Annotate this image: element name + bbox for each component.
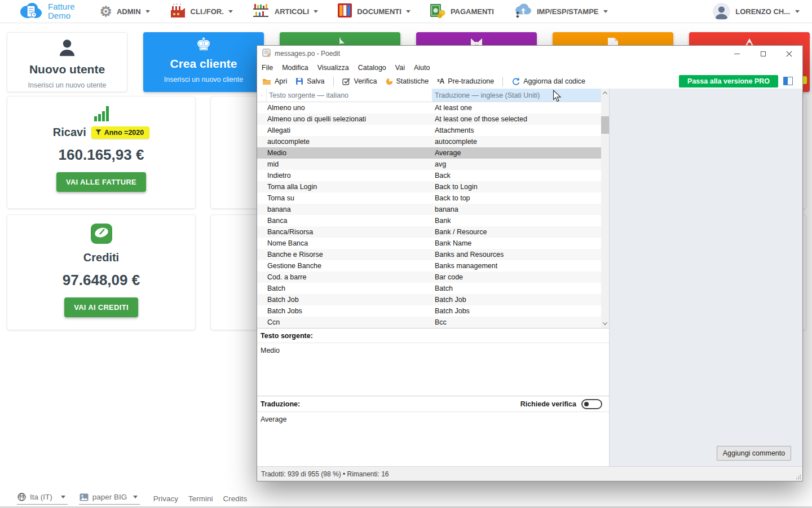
nav-item-clifor[interactable]: CLI./FOR.: [169, 3, 233, 20]
translation-row[interactable]: MedioAverage: [257, 147, 601, 159]
translation-table-rows: Almeno unoAt least oneAlmeno uno di quel…: [257, 102, 601, 328]
translation-row[interactable]: BatchBatch: [257, 283, 601, 294]
translation-row[interactable]: Almeno uno di quelli selezionatiAt least…: [257, 113, 601, 125]
add-comment-button[interactable]: Aggiungi commento: [717, 446, 791, 461]
brand-line1: Fatture: [48, 2, 75, 11]
translation-row[interactable]: bananabanana: [257, 204, 601, 215]
needs-work-label: Richiede verifica: [520, 400, 576, 408]
translation-row[interactable]: IndietroBack: [257, 170, 601, 181]
new-user-card[interactable]: Nuovo utente Inserisci un nuovo utente: [7, 32, 127, 92]
source-cell: banana: [257, 205, 432, 213]
nav-item-pagamenti[interactable]: PAGAMENTI: [430, 2, 494, 20]
pretranslate-button[interactable]: ˣA Pre-traduzione: [437, 77, 494, 85]
translation-cell: Banks management: [432, 262, 601, 270]
status-bar: Tradotti: 939 di 955 (98 %) • Rimanenti:…: [257, 466, 802, 481]
translation-row[interactable]: Gestione BancheBanks management: [257, 260, 601, 271]
chess-king-icon: ♚: [196, 36, 211, 54]
scroll-up-icon[interactable]: [601, 89, 609, 98]
scroll-down-icon[interactable]: [601, 319, 609, 328]
source-cell: Batch Job: [257, 296, 432, 304]
source-cell: Banca: [257, 217, 432, 225]
menu-visualizza[interactable]: Visualizza: [313, 62, 354, 74]
translation-row[interactable]: Torna alla LoginBack to Login: [257, 181, 601, 192]
validate-button[interactable]: Verifica: [342, 77, 377, 85]
source-cell: autocomplete: [257, 138, 432, 146]
stat-title: Crediti: [83, 251, 119, 264]
go-to-credits-button[interactable]: VAI AI CREDITI: [64, 297, 138, 317]
go-to-invoices-button[interactable]: VAI ALLE FATTURE: [56, 172, 146, 192]
chevron-down-icon: [133, 496, 138, 498]
menu-catalogo[interactable]: Catalogo: [354, 62, 391, 74]
brand-logo[interactable]: Fatture Demo: [19, 1, 75, 22]
vertical-scrollbar[interactable]: [601, 89, 609, 328]
minimize-button[interactable]: [724, 46, 750, 62]
translation-row[interactable]: autocompleteautocomplete: [257, 136, 601, 147]
scale-icon: [90, 223, 113, 247]
bar-chart-icon: [94, 106, 109, 121]
footer-link-termini[interactable]: Termini: [188, 494, 213, 503]
translation-cell: Banks and Resources: [432, 251, 601, 259]
poedit-app-icon: [262, 49, 271, 59]
save-button[interactable]: Salva: [295, 77, 324, 85]
source-cell: Torna su: [257, 194, 432, 202]
language-select[interactable]: Ita (IT): [17, 492, 68, 505]
close-button[interactable]: [776, 46, 802, 62]
source-column-header[interactable]: Testo sorgente — italiano: [267, 89, 432, 102]
translation-text-area[interactable]: Average: [257, 412, 609, 427]
translation-cell: Back: [432, 172, 601, 179]
nav-item-articoli[interactable]: ARTICOLI: [252, 3, 318, 20]
translation-row[interactable]: midavg: [257, 159, 601, 170]
needs-work-toggle[interactable]: [581, 399, 602, 409]
theme-select[interactable]: paper BIG: [79, 492, 140, 505]
menu-modifica[interactable]: Modifica: [277, 62, 313, 74]
translation-row[interactable]: Banche e RisorseBanks and Resources: [257, 249, 601, 260]
nav-item-admin[interactable]: ⚙ ADMIN: [100, 5, 150, 19]
user-menu[interactable]: LORENZO CH...: [713, 3, 800, 20]
translation-row[interactable]: Almeno unoAt least one: [257, 102, 601, 113]
nav-item-documenti[interactable]: DOCUMENTI: [337, 2, 411, 20]
update-from-code-button[interactable]: Aggiorna dal codice: [511, 77, 585, 86]
scrollbar-thumb[interactable]: [601, 116, 609, 134]
chevron-down-icon: [314, 10, 318, 13]
globe-icon: [17, 493, 26, 501]
source-text-area[interactable]: Medio: [257, 343, 609, 396]
translation-row[interactable]: Torna suBack to top: [257, 192, 601, 204]
translation-cell: banana: [432, 205, 601, 213]
menu-vai[interactable]: Vai: [391, 62, 409, 74]
chevron-down-icon: [228, 10, 233, 13]
footer-link-credits[interactable]: Credits: [223, 494, 248, 503]
nav-item-impespstampe[interactable]: IMP/ESP/STAMPE: [513, 2, 608, 21]
create-client-card[interactable]: ♚ Crea cliente Inserisci un nuovo client…: [143, 32, 264, 92]
marker-column-header: ·: [257, 89, 267, 102]
folder-icon: [262, 77, 271, 85]
menu-aiuto[interactable]: Aiuto: [409, 62, 435, 74]
translation-row[interactable]: Cod. a barreBar code: [257, 271, 601, 283]
window-titlebar[interactable]: messages.po - Poedit: [257, 46, 802, 62]
translation-row[interactable]: Batch JobsBatch Jobs: [257, 305, 601, 317]
sidebar-toggle-icon[interactable]: [783, 77, 793, 85]
translation-row[interactable]: AllegatiAttachments: [257, 125, 601, 136]
upgrade-pro-button[interactable]: Passa alla versione PRO: [679, 75, 778, 87]
year-filter-badge[interactable]: Anno =2020: [91, 126, 150, 139]
translation-row[interactable]: BancaBank: [257, 215, 601, 226]
translation-row[interactable]: Nome BancaBank Name: [257, 238, 601, 249]
translation-cell: Bank / Resource: [432, 228, 601, 236]
translation-row[interactable]: Batch JobBatch Job: [257, 294, 601, 305]
translation-row[interactable]: Banca/RisorsaBank / Resource: [257, 226, 601, 238]
translation-cell: autocomplete: [432, 138, 601, 146]
language-value: Ita (IT): [30, 493, 52, 501]
card-subtitle: Inserisci un nuovo utente: [28, 81, 107, 89]
pretranslate-icon: ˣA: [437, 77, 444, 85]
menu-file[interactable]: File: [257, 62, 277, 74]
source-cell: Nome Banca: [257, 239, 432, 247]
translation-row[interactable]: CcnBcc: [257, 317, 601, 328]
maximize-button[interactable]: [750, 46, 776, 62]
statistics-button[interactable]: Statistiche: [386, 77, 429, 85]
resize-grip[interactable]: [796, 474, 801, 480]
translation-column-header[interactable]: Traduzione — inglese (Stati Uniti): [432, 89, 601, 102]
footer-link-privacy[interactable]: Privacy: [153, 494, 178, 503]
translation-cell: Batch Job: [432, 296, 601, 304]
translation-cell: Back to top: [432, 194, 601, 202]
open-button[interactable]: Apri: [262, 77, 287, 85]
nav-label: ADMIN: [117, 7, 141, 16]
